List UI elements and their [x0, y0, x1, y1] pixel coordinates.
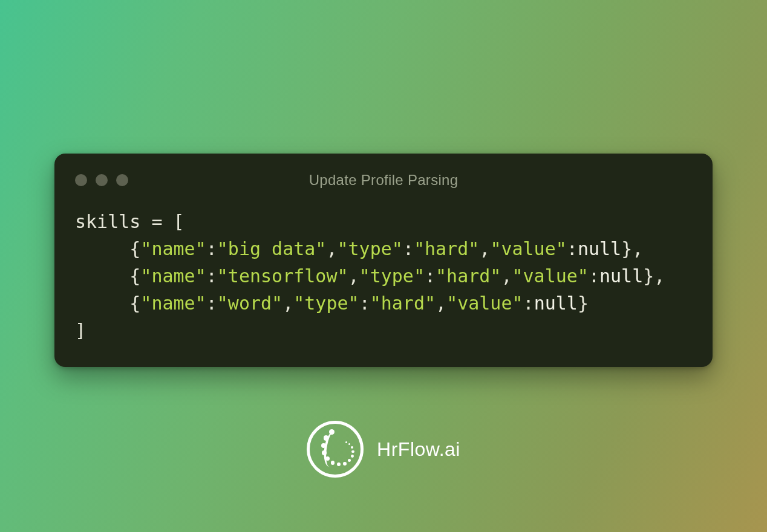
brand-logo-icon — [307, 421, 364, 478]
code-window: Update Profile Parsing skills = [ {"name… — [54, 154, 713, 367]
code-block: skills = [ {"name":"big data","type":"ha… — [75, 208, 692, 344]
brand-name: HrFlow.ai — [377, 438, 460, 461]
window-title-bar: Update Profile Parsing — [75, 170, 692, 190]
window-control-dot — [75, 174, 87, 186]
window-control-dot — [96, 174, 108, 186]
window-control-dot — [116, 174, 128, 186]
window-controls — [75, 174, 128, 186]
window-title: Update Profile Parsing — [75, 172, 692, 189]
brand: HrFlow.ai — [0, 421, 767, 478]
